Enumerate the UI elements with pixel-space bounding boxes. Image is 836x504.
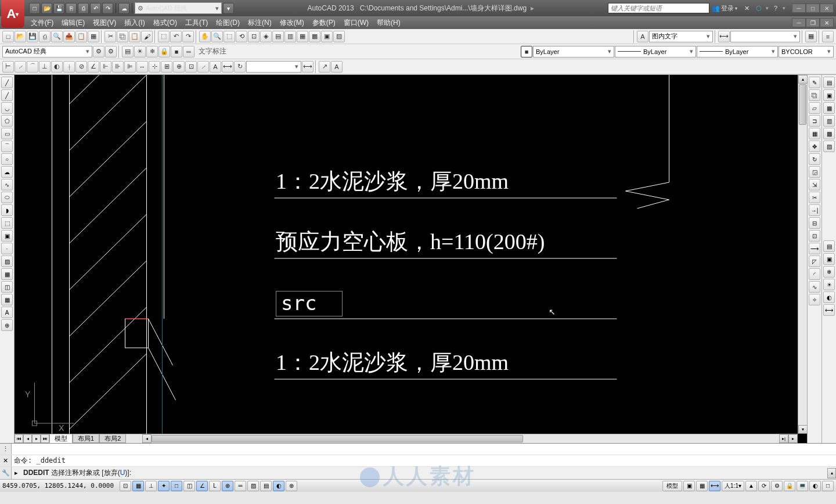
scale-icon[interactable]: ◲ (809, 166, 820, 178)
layer-freeze-icon[interactable]: ❄ (146, 46, 158, 57)
cmdline-config-icon[interactable]: 🔧 (0, 467, 12, 479)
mtext-icon[interactable]: A (331, 61, 343, 73)
menu-tools[interactable]: 工具(T) (181, 16, 212, 30)
isolate-icon[interactable]: ◐ (809, 481, 821, 491)
horizontal-scrollbar[interactable]: ⏮ ◂ ▸ ⏭ 模型 布局1 布局2 ◂ ▸| ▸ (15, 434, 798, 443)
qat-open-icon[interactable]: 📂 (41, 3, 52, 14)
move-icon[interactable]: ✥ (809, 141, 820, 152)
dimjog-icon[interactable]: ⟊ (63, 61, 75, 73)
close-button[interactable]: ✕ (820, 3, 834, 13)
osnap-icon[interactable]: □ (171, 481, 182, 491)
toolbar-lock-icon[interactable]: 🔒 (784, 481, 795, 491)
qat-new-icon[interactable]: □ (29, 3, 40, 14)
chamfer-icon[interactable]: ◸ (809, 255, 820, 267)
tab-first-icon[interactable]: ⏮ (15, 434, 23, 443)
layer-lock-icon[interactable]: 🔒 (158, 46, 170, 57)
markup-icon[interactable]: ▣ (321, 31, 333, 42)
polygon-icon[interactable]: ⬠ (1, 115, 13, 127)
dynmode-icon[interactable]: ⊕ (222, 481, 233, 491)
ellipsearc-icon[interactable]: ◗ (1, 204, 13, 216)
layer-lw-icon[interactable]: ═ (183, 46, 194, 57)
online-icon[interactable]: ⬡ (754, 3, 764, 13)
menu-parametric[interactable]: 参数(P) (308, 16, 340, 30)
v-scroll-thumb[interactable] (799, 84, 806, 125)
workspace-combo[interactable]: AutoCAD 经典▾ (2, 46, 92, 57)
content-icon[interactable]: ▦ (823, 102, 835, 114)
diminspect-icon[interactable]: ⊡ (185, 61, 197, 73)
app-menu-button[interactable]: A▾ (1, 0, 24, 28)
menu-file[interactable]: 文件(F) (27, 16, 57, 30)
new-icon[interactable]: □ (2, 31, 14, 42)
cleanscreen-icon[interactable]: □ (822, 481, 834, 491)
annoscale-icon[interactable]: ⟷ (709, 481, 720, 491)
qat-saveas-icon[interactable]: ⎘ (66, 3, 77, 14)
ws-more-icon[interactable]: ⚙ (105, 46, 117, 57)
minimize-button[interactable]: ─ (792, 3, 806, 13)
ws-gear-icon[interactable]: ⚙ (93, 46, 105, 57)
tolerance-icon[interactable]: ⊞ (161, 61, 172, 73)
layeriso-icon[interactable]: ◐ (823, 291, 835, 303)
annoscale-combo[interactable]: 人 1:1 ▾ (722, 481, 744, 491)
props-icon[interactable]: ▤ (272, 31, 284, 42)
dimbreak-icon[interactable]: ⊹ (149, 61, 160, 73)
linetype-combo[interactable]: ByLayer▾ (697, 46, 778, 57)
dimrad-icon[interactable]: ◐ (51, 61, 63, 73)
help-icon[interactable]: ? (770, 3, 781, 13)
dimcont-icon[interactable]: ⊫ (124, 61, 136, 73)
dimang-icon[interactable]: ∠ (88, 61, 99, 73)
snapmode-icon[interactable]: ⊡ (120, 481, 131, 491)
zoom-rt-icon[interactable]: 🔍 (211, 31, 223, 42)
ws-switch-icon[interactable]: ⚙ (771, 481, 783, 491)
redo-icon[interactable]: ↷ (182, 31, 194, 42)
publish-icon[interactable]: 📤 (63, 31, 75, 42)
tab-layout2[interactable]: 布局2 (99, 434, 126, 443)
layerprop-icon[interactable]: ▤ (823, 240, 835, 252)
vertical-scrollbar[interactable]: ▴ ▾ (798, 75, 807, 434)
zoom-all-icon[interactable]: ◈ (260, 31, 272, 42)
textstyle-combo[interactable]: 图内文字▾ (649, 31, 713, 42)
cmdline-scroll-up-icon[interactable]: ▴ (827, 468, 836, 478)
tab-last-icon[interactable]: ⏭ (41, 434, 49, 443)
doc-close[interactable]: ✕ (820, 18, 834, 27)
dimspace-icon[interactable]: ↔ (136, 61, 148, 73)
scroll-left-icon[interactable]: ◂ (142, 434, 152, 443)
tab-model[interactable]: 模型 (49, 434, 73, 443)
maximize-button[interactable]: □ (806, 3, 820, 13)
copy-icon[interactable]: ⿻ (117, 31, 128, 42)
menu-draw[interactable]: 绘图(D) (212, 16, 244, 30)
canvas-text-2[interactable]: 预应力空心板，h=110(200#) (276, 227, 545, 257)
mlstyle-icon[interactable]: ≡ (822, 31, 834, 42)
break-icon[interactable]: ⊟ (809, 217, 820, 229)
qprops-icon[interactable]: ▤ (260, 481, 272, 491)
qcalc-icon[interactable]: ▩ (823, 128, 835, 139)
menu-help[interactable]: 帮助(H) (373, 16, 405, 30)
menu-view[interactable]: 视图(V) (89, 16, 120, 30)
layer-color-icon[interactable]: ■ (171, 46, 182, 57)
revcloud-icon[interactable]: ☁ (1, 166, 13, 178)
ducs-icon[interactable]: L (209, 481, 221, 491)
dimstyle-combo2[interactable]: ▾ (246, 61, 301, 73)
dimedit-icon[interactable]: A (210, 61, 221, 73)
explode-icon[interactable]: ✧ (809, 294, 820, 305)
offset-icon[interactable]: ⊐ (809, 115, 820, 127)
menu-edit[interactable]: 编辑(E) (57, 16, 89, 30)
workspace-combo-qat[interactable]: ⚙AutoCAD 经典▾ (135, 2, 222, 14)
region-icon[interactable]: ◫ (1, 281, 13, 293)
xline-icon[interactable]: ╱ (1, 89, 13, 101)
annovis-icon[interactable]: ▲ (745, 481, 757, 491)
fillet-icon[interactable]: ◜ (809, 268, 820, 280)
trim-icon[interactable]: ✂ (809, 192, 820, 203)
dimaligned-icon[interactable]: ⟋ (15, 61, 26, 73)
breakpt-icon[interactable]: ⊡ (809, 230, 820, 242)
gradient-icon[interactable]: ▦ (1, 268, 13, 280)
qc-icon[interactable]: ▨ (333, 31, 345, 42)
layermatch-icon[interactable]: ⟷ (823, 304, 835, 316)
menu-format[interactable]: 格式(O) (149, 16, 181, 30)
doc-restore[interactable]: ❐ (806, 18, 820, 27)
cmdline-dropdown-icon[interactable]: ▸ (12, 469, 21, 477)
batch-icon[interactable]: ▦ (88, 31, 99, 42)
signin-button[interactable]: 👥 登录 ▾ (709, 3, 740, 13)
extcmd-icon[interactable]: ▨ (823, 141, 835, 152)
annoauto-icon[interactable]: ⟳ (758, 481, 770, 491)
menu-modify[interactable]: 修改(M) (276, 16, 308, 30)
